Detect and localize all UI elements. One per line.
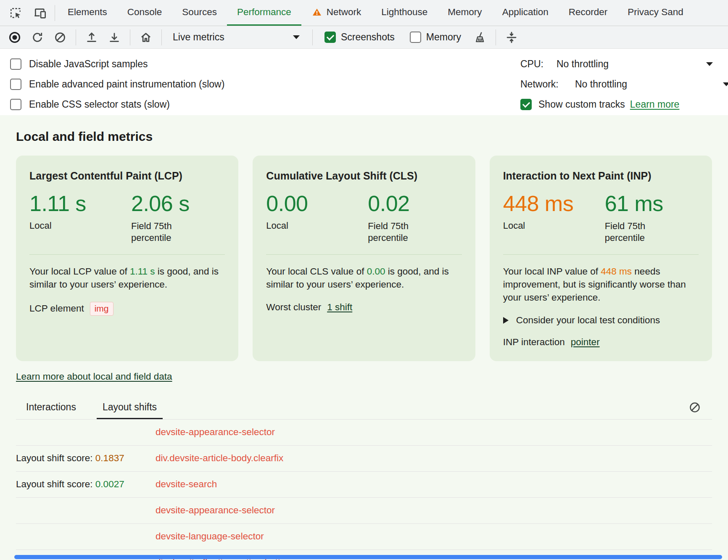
cls-card: Cumulative Layout Shift (CLS) 0.00 Local… <box>253 156 475 361</box>
element-link[interactable]: devsite-appearance-selector <box>156 427 275 438</box>
inp-description: Your local INP value of 448 ms needs imp… <box>503 265 699 304</box>
lcp-card: Largest Contentful Paint (LCP) 1.11 s Lo… <box>16 156 238 361</box>
horizontal-scrollbar[interactable] <box>14 555 722 559</box>
local-label: Local <box>266 220 368 231</box>
disclosure-triangle-icon <box>503 317 509 324</box>
screenshots-checkbox[interactable]: Screenshots <box>324 32 395 43</box>
live-metrics-log: Interactions Layout shifts devsite-appea… <box>16 402 712 560</box>
inp-local-value: 448 ms <box>503 192 605 215</box>
checkbox-unchecked[interactable] <box>10 58 21 70</box>
clear-log-icon[interactable] <box>686 399 704 416</box>
performance-toolbar: Live metrics Screenshots Memory <box>0 26 728 49</box>
load-profile-icon[interactable] <box>82 29 101 46</box>
device-toolbar-icon[interactable] <box>31 5 49 21</box>
lcp-element-label: LCP element <box>29 303 84 314</box>
network-throttling-select[interactable]: Network: No throttling <box>520 74 728 94</box>
tab-sources[interactable]: Sources <box>172 0 227 26</box>
layout-shift-row[interactable]: devsite-language-selector <box>16 524 712 550</box>
chevron-down-icon <box>293 35 300 39</box>
local-label: Local <box>29 220 131 231</box>
worst-cluster-link[interactable]: 1 shift <box>327 302 352 313</box>
lcp-field-value: 2.06 s <box>131 192 190 215</box>
checkbox-unchecked[interactable] <box>10 99 21 110</box>
memory-checkbox[interactable]: Memory <box>410 32 461 43</box>
divider <box>161 29 162 45</box>
cls-local-value: 0.00 <box>266 192 368 215</box>
tab-console[interactable]: Console <box>117 0 172 26</box>
lcp-description: Your local LCP value of 1.11 s is good, … <box>29 265 225 291</box>
save-profile-icon[interactable] <box>105 29 124 46</box>
inp-field-value: 61 ms <box>605 192 663 215</box>
inspect-element-icon[interactable] <box>7 5 24 21</box>
performance-settings: Disable JavaScript samples Enable advanc… <box>0 49 728 115</box>
layout-shift-row[interactable]: devsite-appearance-selector <box>16 498 712 524</box>
lcp-local-value: 1.11 s <box>29 192 131 215</box>
home-icon[interactable] <box>136 29 156 46</box>
tab-elements[interactable]: Elements <box>58 0 117 26</box>
element-link[interactable]: devsite-search <box>156 479 217 490</box>
checkbox-unchecked[interactable] <box>10 79 21 90</box>
field-label: Field 75th percentile <box>368 220 423 244</box>
show-custom-tracks-checkbox[interactable] <box>520 99 532 110</box>
cpu-throttling-select[interactable]: CPU: No throttling <box>520 54 728 74</box>
checkbox-unchecked[interactable] <box>410 32 421 43</box>
css-selector-stats-checkbox[interactable]: Enable CSS selector stats (slow) <box>10 94 224 114</box>
tab-memory[interactable]: Memory <box>438 0 492 26</box>
local-test-conditions-disclosure[interactable]: Consider your local test conditions <box>503 315 699 326</box>
cls-field-value: 0.02 <box>368 192 423 215</box>
element-link[interactable]: div.devsite-article-body.clearfix <box>156 453 283 464</box>
tab-performance[interactable]: Performance <box>227 0 301 26</box>
disable-js-samples-checkbox[interactable]: Disable JavaScript samples <box>10 54 224 74</box>
page-title: Local and field metrics <box>16 129 712 144</box>
inp-card-title: Interaction to Next Paint (INP) <box>503 170 699 182</box>
learn-more-link[interactable]: Learn more <box>630 99 680 110</box>
chevron-down-icon <box>706 62 713 66</box>
tab-layout-shifts[interactable]: Layout shifts <box>97 402 163 419</box>
tab-privacy-sandbox[interactable]: Privacy Sand <box>617 0 694 26</box>
lcp-card-title: Largest Contentful Paint (LCP) <box>29 170 225 182</box>
advanced-paint-checkbox[interactable]: Enable advanced paint instrumentation (s… <box>10 74 224 94</box>
inp-interaction-label: INP interaction <box>503 337 565 348</box>
element-link[interactable]: devsite-language-selector <box>156 531 264 542</box>
live-metrics-dropdown[interactable]: Live metrics <box>168 29 306 46</box>
settings-left-column: Disable JavaScript samples Enable advanc… <box>10 54 224 114</box>
tab-interactions[interactable]: Interactions <box>20 402 82 419</box>
card-divider <box>266 254 462 255</box>
tab-lighthouse[interactable]: Lighthouse <box>371 0 438 26</box>
checkbox-checked[interactable] <box>324 32 336 43</box>
lcp-element-chip[interactable]: img <box>90 302 113 316</box>
layout-shift-rows: devsite-appearance-selector Layout shift… <box>16 420 712 560</box>
divider <box>55 5 55 21</box>
tab-network[interactable]: Network <box>301 0 372 26</box>
inp-interaction-link[interactable]: pointer <box>571 337 600 348</box>
inp-card: Interaction to Next Paint (INP) 448 ms L… <box>490 156 712 361</box>
collapse-shortcuts-icon[interactable] <box>502 29 521 46</box>
worst-cluster-label: Worst cluster <box>266 302 321 313</box>
live-metrics-view: Local and field metrics Largest Contentf… <box>0 115 728 560</box>
log-tabs: Interactions Layout shifts <box>16 402 712 420</box>
tab-bar-left-icons <box>0 0 52 26</box>
record-icon[interactable] <box>5 29 24 46</box>
element-link[interactable]: devsite-appearance-selector <box>156 505 275 516</box>
chevron-down-icon <box>723 82 728 86</box>
cls-card-title: Cumulative Layout Shift (CLS) <box>266 170 462 182</box>
field-label: Field 75th percentile <box>131 220 187 244</box>
card-divider <box>503 254 699 255</box>
layout-shift-row[interactable]: Layout shift score: 0.1837 div.devsite-a… <box>16 446 712 472</box>
card-divider <box>29 254 225 255</box>
layout-shift-row[interactable]: Layout shift score: 0.0027 devsite-searc… <box>16 472 712 498</box>
cls-description: Your local CLS value of 0.00 is good, an… <box>266 265 462 291</box>
learn-more-local-field-link[interactable]: Learn more about local and field data <box>16 371 172 382</box>
tab-application[interactable]: Application <box>492 0 559 26</box>
panel-tabs: Elements Console Sources Performance Net… <box>58 0 728 26</box>
field-label: Field 75th percentile <box>605 220 660 244</box>
show-custom-tracks-row: Show custom tracks Learn more <box>520 94 728 114</box>
divider <box>130 29 130 45</box>
metric-cards: Largest Contentful Paint (LCP) 1.11 s Lo… <box>16 156 712 361</box>
layout-shift-row[interactable]: devsite-appearance-selector <box>16 420 712 446</box>
reload-and-record-icon[interactable] <box>28 29 47 46</box>
divider <box>312 29 313 45</box>
brush-icon[interactable] <box>470 29 490 46</box>
tab-recorder[interactable]: Recorder <box>559 0 618 26</box>
clear-recording-icon[interactable] <box>50 29 70 46</box>
